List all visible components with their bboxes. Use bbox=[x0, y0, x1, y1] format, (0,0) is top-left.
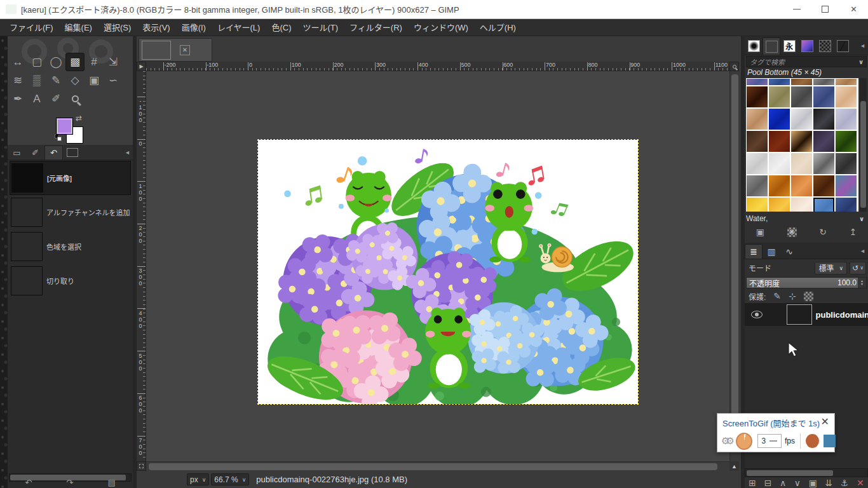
menu-select[interactable]: 選択(S) bbox=[98, 19, 137, 36]
pattern-swatch[interactable] bbox=[813, 175, 834, 196]
tab-dynamics[interactable]: ╱ bbox=[834, 37, 851, 55]
pattern-swatch[interactable] bbox=[769, 198, 790, 212]
pattern-swatch[interactable] bbox=[836, 109, 857, 130]
delete-pattern-button[interactable]: ✕ bbox=[787, 227, 797, 237]
pattern-swatch[interactable] bbox=[791, 131, 812, 152]
quick-mask-toggle[interactable] bbox=[137, 461, 146, 471]
merge-down-button[interactable]: ⇊ bbox=[825, 478, 832, 488]
pattern-swatch[interactable] bbox=[836, 175, 857, 196]
pattern-grid-scrollbar[interactable] bbox=[860, 78, 867, 212]
zoom-follow-window-button[interactable] bbox=[729, 62, 739, 71]
undo-button[interactable]: ↶ bbox=[25, 478, 32, 487]
pattern-swatch[interactable] bbox=[836, 86, 857, 107]
crop-tool[interactable]: # bbox=[85, 53, 104, 71]
fps-slider-handle[interactable] bbox=[770, 440, 777, 442]
layer-list-item[interactable]: publicdomainq bbox=[745, 303, 868, 326]
canvas-vertical-scrollbar[interactable] bbox=[729, 71, 739, 461]
pattern-swatch[interactable] bbox=[813, 79, 834, 85]
dock-menu-arrow-icon[interactable]: ◄ bbox=[860, 43, 865, 49]
tab-channels[interactable]: ▥ bbox=[763, 244, 780, 259]
pattern-swatch[interactable] bbox=[791, 79, 812, 85]
anchor-layer-button[interactable]: ⚓ bbox=[841, 478, 849, 488]
eraser-tool[interactable]: ◇ bbox=[65, 71, 85, 90]
pattern-swatch[interactable] bbox=[836, 131, 857, 152]
pattern-search-input[interactable]: タグで検索 ∨ bbox=[746, 56, 867, 67]
swap-colors-icon[interactable]: ⇄ bbox=[76, 114, 82, 123]
image-tab-close-icon[interactable]: ✕ bbox=[180, 45, 190, 55]
menu-layer[interactable]: レイヤー(L) bbox=[212, 19, 266, 36]
unit-dropdown[interactable]: px∨ bbox=[187, 473, 209, 485]
selected-pattern-dropdown[interactable]: Water, ∨ bbox=[746, 213, 867, 224]
transform-tool[interactable]: ⇲ bbox=[104, 53, 123, 71]
raise-layer-button[interactable]: ∧ bbox=[780, 478, 786, 488]
canvas-image[interactable] bbox=[257, 139, 639, 405]
pattern-swatch[interactable] bbox=[769, 175, 790, 196]
pattern-swatch[interactable] bbox=[747, 131, 768, 152]
opacity-spinner[interactable]: ▴▾ bbox=[858, 278, 866, 288]
pattern-swatch[interactable] bbox=[791, 198, 812, 212]
vertical-ruler[interactable]: -1000100200300400500600700 bbox=[137, 71, 146, 461]
reset-colors-icon[interactable] bbox=[55, 134, 62, 142]
ruler-origin-button[interactable]: ▶ bbox=[137, 62, 146, 71]
delete-layer-button[interactable]: ✕ bbox=[857, 478, 864, 488]
title-bar[interactable]: [kaeru] (エクスポート済み)-8.0 (RGBカラー 8-bit gam… bbox=[0, 0, 868, 19]
clone-tool[interactable]: ▣ bbox=[85, 71, 104, 90]
menu-tools[interactable]: ツール(T) bbox=[297, 19, 344, 36]
pattern-swatch[interactable] bbox=[813, 131, 834, 152]
zoom-dropdown[interactable]: 66.7 %∨ bbox=[211, 473, 249, 485]
pattern-swatch[interactable] bbox=[836, 153, 857, 174]
duplicate-layer-button[interactable]: ▣ bbox=[809, 478, 817, 488]
navigation-button[interactable]: ▲ bbox=[729, 461, 739, 471]
close-button[interactable]: ✕ bbox=[839, 0, 868, 18]
menu-image[interactable]: 画像(I) bbox=[176, 19, 212, 36]
history-item[interactable]: 色域を選択 bbox=[10, 229, 131, 264]
menu-view[interactable]: 表示(V) bbox=[137, 19, 175, 36]
maximize-button[interactable] bbox=[811, 0, 839, 18]
bucket-fill-tool[interactable]: ≋ bbox=[8, 71, 27, 90]
lock-position-icon[interactable]: ⊹ bbox=[789, 291, 796, 301]
canvas-viewport[interactable] bbox=[146, 71, 729, 461]
menu-help[interactable]: ヘルプ(H) bbox=[474, 19, 522, 36]
tab-paths[interactable]: ∿ bbox=[780, 244, 798, 259]
menu-file[interactable]: ファイル(F) bbox=[4, 19, 59, 36]
mode-dropdown[interactable]: 標準∨ bbox=[815, 262, 847, 274]
refresh-patterns-button[interactable]: ↻ bbox=[819, 227, 827, 237]
duplicate-pattern-button[interactable]: ▣ bbox=[756, 227, 764, 237]
tab-image-thumbnail[interactable] bbox=[63, 146, 81, 159]
tab-undo-history[interactable]: ↶ bbox=[44, 146, 63, 159]
pattern-swatch[interactable] bbox=[791, 109, 812, 130]
select-by-color-tool[interactable]: ▩ bbox=[65, 53, 85, 71]
pattern-swatch[interactable] bbox=[747, 86, 768, 107]
redo-button[interactable]: ↷ bbox=[66, 478, 73, 487]
smudge-tool[interactable]: ∽ bbox=[104, 71, 123, 90]
pattern-swatch[interactable] bbox=[769, 86, 790, 107]
pattern-swatch[interactable] bbox=[747, 175, 768, 196]
canvas-horizontal-scrollbar[interactable] bbox=[146, 461, 729, 471]
layers-scrollbar[interactable] bbox=[745, 468, 868, 477]
fps-value-field[interactable] bbox=[758, 437, 770, 445]
pattern-swatch[interactable] bbox=[769, 109, 790, 130]
pattern-swatch[interactable] bbox=[813, 153, 834, 174]
settings-gears-icon[interactable]: ⚙⚙ bbox=[721, 435, 731, 447]
tab-brushes[interactable] bbox=[745, 37, 763, 55]
ink-tool[interactable]: ✒ bbox=[8, 90, 27, 108]
pattern-swatch[interactable] bbox=[791, 86, 812, 107]
zoom-tool[interactable] bbox=[65, 90, 85, 108]
pattern-swatch[interactable] bbox=[769, 153, 790, 174]
menu-colors[interactable]: 色(C) bbox=[266, 19, 297, 36]
free-select-tool[interactable]: ◯ bbox=[46, 53, 65, 71]
pattern-swatch[interactable] bbox=[813, 109, 834, 130]
lock-pixels-icon[interactable]: ✎ bbox=[773, 291, 781, 301]
tab-palettes[interactable] bbox=[816, 37, 834, 55]
rectangle-select-tool[interactable]: ▢ bbox=[27, 53, 46, 71]
pattern-swatch[interactable] bbox=[813, 198, 834, 212]
stop-button[interactable] bbox=[824, 435, 836, 447]
new-group-button[interactable]: ⊟ bbox=[764, 478, 772, 488]
lower-layer-button[interactable]: ∨ bbox=[794, 478, 801, 488]
clear-history-button[interactable]: ▤ bbox=[108, 478, 116, 487]
history-item[interactable]: 切り取り bbox=[10, 264, 131, 298]
history-item[interactable]: アルファチャンネルを追加 bbox=[10, 195, 131, 229]
tab-patterns[interactable] bbox=[763, 37, 780, 55]
screentogif-close-icon[interactable]: ✕ bbox=[821, 416, 829, 428]
screentogif-window[interactable]: ScreenToGif (開始まで 1s) ✕ ⚙⚙ fps bbox=[717, 413, 835, 452]
